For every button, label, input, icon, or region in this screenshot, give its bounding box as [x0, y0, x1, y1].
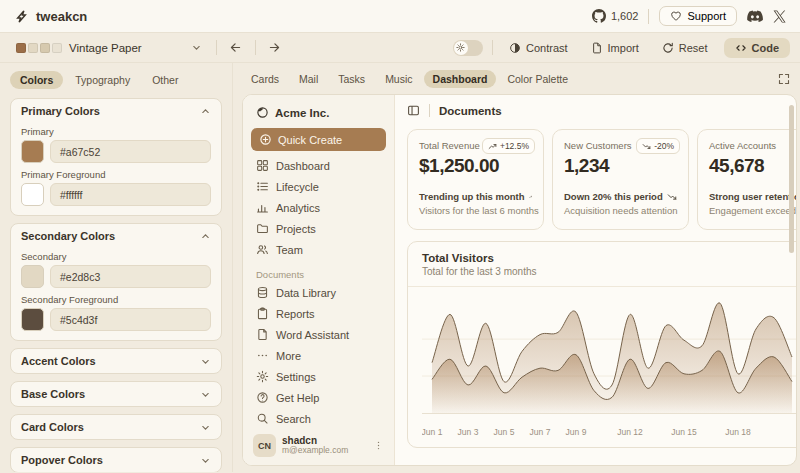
import-file-icon [591, 42, 603, 54]
sidebar-item-dashboard[interactable]: Dashboard [251, 155, 386, 176]
sidebar-item-team[interactable]: Team [251, 239, 386, 260]
quick-create-button[interactable]: Quick Create [251, 128, 386, 151]
primary-foreground-hex-input[interactable]: #ffffff [50, 183, 211, 206]
tab-mail[interactable]: Mail [290, 70, 327, 88]
primary-foreground-swatch[interactable] [21, 183, 44, 206]
refresh-icon [662, 42, 674, 54]
tab-music[interactable]: Music [376, 70, 421, 88]
theme-swatch [52, 43, 62, 53]
sidebar-item-word-assistant[interactable]: Word Assistant [251, 324, 386, 345]
stat-subtext: Engagement exceed targets [709, 205, 796, 216]
sidebar-item-more[interactable]: More [251, 345, 386, 366]
tweakcn-brand[interactable]: tweakcn [14, 9, 87, 24]
tab-other[interactable]: Other [142, 71, 188, 89]
visitors-area-chart: Jun 1Jun 3Jun 5Jun 7Jun 9Jun 12Jun 15Jun… [422, 295, 796, 445]
primary-colors-header[interactable]: Primary Colors [11, 99, 221, 123]
tab-typography[interactable]: Typography [65, 71, 140, 89]
stat-footline: Down 20% this period [564, 191, 677, 202]
dashboard-icon [256, 159, 269, 172]
dashboard-main: Documents Total Revenue +12.5% $1,250.00… [395, 95, 796, 465]
tab-cards[interactable]: Cards [242, 70, 288, 88]
accent-colors-header[interactable]: Accent Colors [11, 349, 221, 373]
tab-tasks[interactable]: Tasks [329, 70, 374, 88]
gear-icon [256, 370, 269, 383]
user-menu[interactable]: CN shadcn m@example.com [251, 429, 386, 457]
theme-swatches [16, 43, 62, 53]
base-colors-header[interactable]: Base Colors [11, 382, 221, 406]
secondary-foreground-swatch[interactable] [21, 308, 44, 331]
reset-button[interactable]: Reset [655, 39, 715, 57]
chevron-down-icon [200, 455, 211, 466]
import-label: Import [608, 42, 639, 54]
contrast-button[interactable]: Contrast [502, 39, 575, 57]
redo-theme-button[interactable] [264, 38, 286, 58]
total-visitors-card: Total Visitors Total for the last 3 mont… [407, 241, 796, 448]
discord-icon[interactable] [747, 10, 763, 23]
users-icon [256, 243, 269, 256]
svg-text:Jun 12: Jun 12 [617, 427, 643, 437]
secondary-hex-input[interactable]: #e2d8c3 [50, 265, 211, 288]
github-stars[interactable]: 1,602 [592, 9, 639, 23]
sidebar-item-get-help[interactable]: Get Help [251, 387, 386, 408]
badge-value: -20% [654, 141, 674, 151]
contrast-icon [509, 42, 521, 54]
tab-color-palette[interactable]: Color Palette [498, 70, 577, 88]
divider [648, 9, 649, 24]
stat-subtext: Acquisition needs attention [564, 205, 677, 216]
chevron-down-icon [200, 356, 211, 367]
secondary-color-swatch[interactable] [21, 265, 44, 288]
acme-brand-label: Acme Inc. [275, 107, 329, 119]
sidebar-item-lifecycle[interactable]: Lifecycle [251, 176, 386, 197]
sidebar-item-analytics[interactable]: Analytics [251, 197, 386, 218]
trending-up-icon [488, 142, 497, 151]
theme-selector[interactable]: Vintage Paper [10, 40, 208, 56]
dashboard-header: Documents [395, 95, 796, 124]
editor-panel: Colors Typography Other Primary Colors P… [0, 63, 233, 472]
ellipsis-vertical-icon[interactable] [373, 440, 384, 451]
primary-hex-input[interactable]: #a67c52 [50, 140, 211, 163]
light-dark-toggle[interactable] [453, 40, 483, 56]
code-button[interactable]: Code [724, 38, 791, 58]
dashboard-sidebar: Acme Inc. Quick Create Dashboard Lifecyc… [243, 95, 395, 465]
panel-left-icon[interactable] [407, 104, 420, 117]
x-social-icon[interactable] [773, 10, 786, 23]
card-colors-header[interactable]: Card Colors [11, 415, 221, 439]
trend-badge: -20% [636, 138, 680, 154]
secondary-colors-header[interactable]: Secondary Colors [11, 224, 221, 248]
sidebar-item-data-library[interactable]: Data Library [251, 282, 386, 303]
section-title: Popover Colors [21, 454, 103, 466]
sidebar-item-reports[interactable]: Reports [251, 303, 386, 324]
sidebar-item-search[interactable]: Search [251, 408, 386, 429]
secondary-foreground-hex-input[interactable]: #5c4d3f [50, 308, 211, 331]
brand-name: tweakcn [36, 9, 87, 24]
section-title: Secondary Colors [21, 230, 115, 242]
contrast-label: Contrast [526, 42, 568, 54]
sidebar-item-projects[interactable]: Projects [251, 218, 386, 239]
secondary-colors-section: Secondary Colors Secondary #e2d8c3 Secon… [10, 223, 222, 341]
footline-text: Strong user retention [709, 191, 796, 202]
primary-color-swatch[interactable] [21, 140, 44, 163]
plus-circle-icon [259, 133, 272, 146]
divider [255, 40, 256, 55]
support-button[interactable]: Support [659, 6, 737, 26]
field-label: Secondary Foreground [21, 294, 211, 305]
sun-icon [454, 41, 468, 55]
import-button[interactable]: Import [584, 39, 646, 57]
chevron-down-icon [191, 42, 202, 53]
sidebar-item-settings[interactable]: Settings [251, 366, 386, 387]
accent-colors-section: Accent Colors [10, 348, 222, 374]
tab-dashboard[interactable]: Dashboard [424, 70, 497, 88]
database-icon [256, 286, 269, 299]
undo-theme-button[interactable] [225, 38, 247, 58]
tab-colors[interactable]: Colors [10, 71, 63, 89]
help-circle-icon [256, 391, 269, 404]
sidebar-item-label: Data Library [276, 287, 336, 299]
acme-brand[interactable]: Acme Inc. [251, 103, 386, 121]
reset-label: Reset [679, 42, 708, 54]
preview-scrollbar-thumb[interactable] [789, 105, 794, 253]
popover-colors-header[interactable]: Popover Colors [11, 448, 221, 472]
fullscreen-icon[interactable] [778, 73, 790, 85]
topbar: tweakcn 1,602 Support [0, 0, 800, 33]
trending-down-icon [667, 192, 677, 202]
stat-footline: Trending up this month [419, 191, 532, 202]
